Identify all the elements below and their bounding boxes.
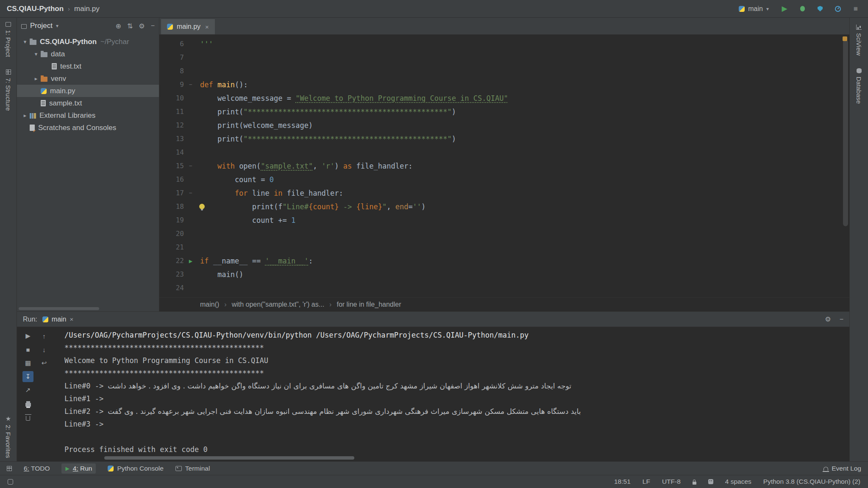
editor-tab-main-py[interactable]: main.py × <box>161 19 215 34</box>
file-icon <box>41 100 46 106</box>
pin-tab-button[interactable]: ↗ <box>22 385 33 396</box>
status-item-18-51[interactable]: 18:51 <box>614 478 631 485</box>
restore-layout-button[interactable]: ▦ <box>22 358 33 369</box>
toolwindow-button-6-todo[interactable]: 6: TODO <box>24 465 50 472</box>
coverage-button[interactable] <box>815 3 826 14</box>
toolwindow-button-database[interactable]: Database <box>855 68 862 104</box>
breadcrumb-item[interactable]: with open("sample.txt", 'r') as... <box>232 301 324 308</box>
run-button[interactable]: ▶ <box>779 3 790 14</box>
chart-icon <box>856 25 862 30</box>
breadcrumb-file[interactable]: main.py <box>74 5 100 13</box>
tree-right-arrow-icon[interactable]: ▸ <box>20 112 30 119</box>
close-icon[interactable]: × <box>205 23 209 30</box>
code-editor[interactable]: 6'''789−def main():10 welcome_message = … <box>159 35 849 297</box>
tree-item-scratches-and-consoles[interactable]: Scratches and Consoles <box>17 122 159 134</box>
tree-item-external-libraries[interactable]: ▸External Libraries <box>17 109 159 122</box>
event-log-button[interactable]: Event Log <box>823 465 861 472</box>
run-line-icon[interactable]: ▶ <box>184 254 198 268</box>
expand-collapse-button[interactable]: ⇅ <box>127 22 133 30</box>
editor-line[interactable]: 23 main() <box>159 268 849 281</box>
debug-button[interactable] <box>797 3 808 14</box>
hide-run-panel-button[interactable]: − <box>840 316 843 323</box>
chevron-down-icon[interactable]: ▾ <box>56 23 58 29</box>
project-view-selector[interactable]: Project <box>30 22 53 30</box>
editor-line[interactable]: 15− with open("sample.txt", 'r') as file… <box>159 159 849 173</box>
editor-line[interactable]: 12 print(welcome_message) <box>159 119 849 132</box>
editor-line[interactable]: 19 count += 1 <box>159 214 849 227</box>
toolwindow-switcher-icon[interactable] <box>8 479 13 485</box>
editor-line[interactable]: 21 <box>159 241 849 254</box>
tree-down-arrow-icon[interactable]: ▾ <box>20 39 30 45</box>
toolwindow-button-terminal[interactable]: Terminal <box>175 465 210 472</box>
close-icon[interactable]: × <box>70 316 73 323</box>
breadcrumb-item[interactable]: main() <box>200 301 219 308</box>
run-tab-main[interactable]: main × <box>42 316 73 323</box>
console-horizontal-scrollbar[interactable] <box>104 456 354 460</box>
fold-icon[interactable]: − <box>184 186 198 200</box>
run-configuration-name: main <box>748 5 763 13</box>
editor-line[interactable]: 11 print("******************************… <box>159 105 849 119</box>
tree-item-cs-qiau-python[interactable]: ▾CS.QIAU-Python~/Pychar <box>17 36 159 48</box>
project-view-icon <box>21 24 27 29</box>
toolwindow-button-sciview[interactable]: SciView <box>855 25 862 55</box>
run-console-output[interactable]: /Users/OAG/PycharmProjects/CS.QIAU-Pytho… <box>53 327 849 461</box>
clear-console-button[interactable] <box>22 412 33 423</box>
status-item-utf-8[interactable]: UTF-8 <box>662 478 681 485</box>
editor-line[interactable]: 8 <box>159 64 849 78</box>
breadcrumb-item[interactable]: for line in file_handler <box>337 301 401 308</box>
editor-line[interactable]: 9−def main(): <box>159 78 849 92</box>
line-number: 20 <box>159 227 184 241</box>
editor-line[interactable]: 14 <box>159 146 849 159</box>
inspector-icon[interactable] <box>708 479 713 484</box>
tree-item-data[interactable]: ▾data <box>17 48 159 60</box>
editor-line[interactable]: 13 print("******************************… <box>159 132 849 146</box>
editor-line[interactable]: 20 <box>159 227 849 241</box>
editor-line[interactable]: 22▶if __name__ == '__main__': <box>159 254 849 268</box>
code-text <box>198 146 849 159</box>
tree-item-venv[interactable]: ▸venv <box>17 72 159 85</box>
soft-wrap-button[interactable]: ↩ <box>39 358 50 369</box>
intention-bulb-icon[interactable] <box>199 204 205 209</box>
tree-item-test-txt[interactable]: test.txt <box>17 60 159 72</box>
toolwindow-button-python-console[interactable]: Python Console <box>108 465 163 472</box>
fold-icon[interactable]: − <box>184 159 198 173</box>
breadcrumb-project[interactable]: CS.QIAU-Python <box>7 5 64 13</box>
status-item-python-3-8-cs-qiau-python-2[interactable]: Python 3.8 (CS.QIAU-Python) (2) <box>763 478 860 485</box>
profiler-button[interactable] <box>832 3 843 14</box>
toolwindow-button-4-run[interactable]: ▶4: Run <box>61 463 96 474</box>
locate-file-button[interactable]: ⊕ <box>116 22 121 30</box>
inspection-warning-marker[interactable] <box>843 36 847 41</box>
hide-panel-button[interactable]: − <box>151 22 155 30</box>
editor-line[interactable]: 18 print(f"Line#{count} -> {line}", end=… <box>159 200 849 214</box>
tree-item-main-py[interactable]: main.py <box>17 85 159 97</box>
editor-vertical-scrollbar[interactable] <box>843 40 848 226</box>
stop-button[interactable]: ■ <box>850 3 861 14</box>
run-configuration-selector[interactable]: main ▾ <box>735 3 772 14</box>
down-stacktrace-button[interactable]: ↓ <box>39 344 50 355</box>
toolwindow-button-structure[interactable]: 7: Structure <box>5 69 12 111</box>
run-settings-gear-icon[interactable]: ⚙ <box>825 315 831 323</box>
status-item-lf[interactable]: LF <box>643 478 650 485</box>
toolwindow-grid-icon[interactable] <box>7 466 12 471</box>
up-stacktrace-button[interactable]: ↑ <box>39 330 50 341</box>
stop-process-button[interactable]: ■ <box>22 344 33 355</box>
toolwindow-button-favorites[interactable]: 2: Favorites <box>5 416 12 458</box>
editor-line[interactable]: 24 <box>159 281 849 295</box>
editor-line[interactable]: 16 count = 0 <box>159 173 849 186</box>
tree-item-sample-txt[interactable]: sample.txt <box>17 97 159 109</box>
settings-gear-icon[interactable]: ⚙ <box>139 22 145 30</box>
editor-line[interactable]: 6''' <box>159 37 849 51</box>
lock-icon[interactable] <box>693 482 696 485</box>
print-console-button[interactable] <box>22 398 33 409</box>
tree-right-arrow-icon[interactable]: ▸ <box>31 75 41 82</box>
project-horizontal-scrollbar[interactable] <box>19 307 99 310</box>
editor-line[interactable]: 10 welcome_message = "Welcome to Python … <box>159 92 849 105</box>
fold-icon[interactable]: − <box>184 78 198 92</box>
editor-line[interactable]: 17− for line in file_handler: <box>159 186 849 200</box>
rerun-button[interactable]: ▶ <box>22 330 33 341</box>
editor-line[interactable]: 7 <box>159 51 849 64</box>
status-item-4-spaces[interactable]: 4 spaces <box>725 478 751 485</box>
tree-down-arrow-icon[interactable]: ▾ <box>31 51 41 57</box>
scroll-to-end-button[interactable]: ↧ <box>22 371 33 382</box>
toolwindow-button-project[interactable]: 1: Project <box>5 21 12 57</box>
